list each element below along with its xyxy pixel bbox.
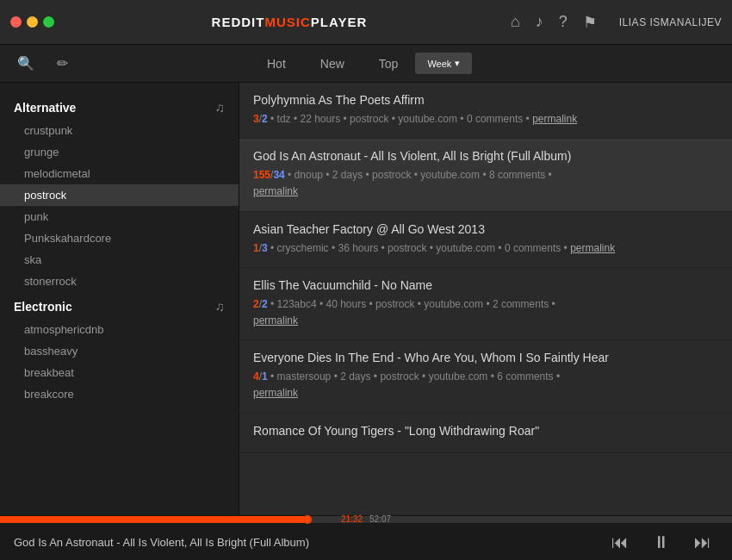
track-permalink[interactable]: permalink xyxy=(253,185,298,197)
maximize-button[interactable] xyxy=(43,16,54,28)
titlebar-icons: ⌂ ♪ ? ⚑ ILIAS ISMANALIJEV xyxy=(511,13,722,32)
score-down: 3 xyxy=(262,242,268,254)
track-item[interactable]: Asian Teacher Factory @ All Go West 2013… xyxy=(239,212,732,268)
sidebar-item-breakbeat[interactable]: breakbeat xyxy=(0,362,239,383)
help-icon[interactable]: ? xyxy=(559,13,568,31)
track-permalink[interactable]: permalink xyxy=(532,113,577,125)
track-domain: youtube.com xyxy=(398,113,457,125)
track-comments: 2 comments xyxy=(493,298,549,310)
tab-bar: Hot New Top Week ▾ xyxy=(250,52,722,76)
music-note-icon-2: ♫ xyxy=(215,299,225,314)
score-down: 2 xyxy=(262,113,268,125)
toolbar-left: 🔍 ✏ xyxy=(10,52,250,75)
track-item[interactable]: God Is An Astronaut - All Is Violent, Al… xyxy=(239,139,732,211)
user-name: ILIAS ISMANALIJEV xyxy=(619,16,722,28)
home-icon[interactable]: ⌂ xyxy=(511,13,520,31)
sidebar-item-punkskahardcore[interactable]: Punkskahardcore xyxy=(0,227,239,249)
sidebar-item-ska[interactable]: ska xyxy=(0,249,239,271)
app-title: REDDITMUSICPLAYER xyxy=(68,15,511,29)
track-title: Asian Teacher Factory @ All Go West 2013 xyxy=(253,222,718,236)
track-user: dnoup xyxy=(295,169,323,181)
player-controls: God Is An Astronaut - All Is Violent, Al… xyxy=(0,523,732,560)
sidebar-section-label: Alternative xyxy=(14,101,76,115)
track-meta: 2/2 • 123abc4 • 40 hours • postrock • yo… xyxy=(253,296,718,329)
track-permalink[interactable]: permalink xyxy=(253,314,298,327)
edit-button[interactable]: ✏ xyxy=(50,52,75,75)
content: Polyhymnia As The Poets Affirm 3/2 • tdz… xyxy=(239,83,732,515)
tab-week[interactable]: Week ▾ xyxy=(415,53,472,74)
progress-fill xyxy=(0,516,307,523)
track-domain: youtube.com xyxy=(420,169,480,181)
score-up: 2 xyxy=(253,298,259,310)
pause-button[interactable]: ⏸ xyxy=(646,529,677,556)
sidebar-section-alternative: Alternative ♫ xyxy=(0,93,239,120)
minimize-button[interactable] xyxy=(27,16,38,28)
control-buttons: ⏮ ⏸ ⏭ xyxy=(605,529,718,556)
time-total: 52:07 xyxy=(369,516,391,523)
track-permalink[interactable]: permalink xyxy=(253,387,298,399)
sidebar-item-postrock[interactable]: postrock xyxy=(0,184,239,206)
sidebar-item-breakcore[interactable]: breakcore xyxy=(0,383,239,405)
track-time: 40 hours xyxy=(326,298,367,310)
progress-bar[interactable]: 21:32 52:07 xyxy=(0,516,732,523)
titlebar: REDDITMUSICPLAYER ⌂ ♪ ? ⚑ ILIAS ISMANALI… xyxy=(0,0,732,45)
sidebar-item-crustpunk[interactable]: crustpunk xyxy=(0,120,239,141)
track-user: 123abc4 xyxy=(277,298,317,310)
track-meta: 4/1 • mastersoup • 2 days • postrock • y… xyxy=(253,369,718,401)
track-subreddit: postrock xyxy=(372,169,411,181)
track-permalink[interactable]: permalink xyxy=(570,242,615,254)
track-comments: 8 comments xyxy=(489,169,545,181)
track-title: Ellis The Vacuumchild - No Name xyxy=(253,278,718,292)
week-label: Week xyxy=(427,59,451,69)
track-subreddit: postrock xyxy=(375,298,414,310)
track-meta: 1/3 • cryschemic • 36 hours • postrock •… xyxy=(253,240,718,257)
github-icon[interactable]: ⚑ xyxy=(583,13,597,32)
track-user: mastersoup xyxy=(277,370,332,383)
track-time: 2 days xyxy=(332,169,363,181)
track-subreddit: postrock xyxy=(380,370,419,383)
prev-button[interactable]: ⏮ xyxy=(605,529,636,556)
score-up: 4 xyxy=(253,370,259,383)
progress-dot xyxy=(303,515,312,524)
track-subreddit: postrock xyxy=(350,113,388,125)
sidebar-item-stonerrock[interactable]: stonerrock xyxy=(0,271,239,292)
track-subreddit: postrock xyxy=(388,242,426,254)
track-domain: youtube.com xyxy=(424,298,483,310)
app-name-suffix: PLAYER xyxy=(311,15,367,29)
search-button[interactable]: 🔍 xyxy=(10,52,41,75)
score-down: 1 xyxy=(262,370,268,383)
sidebar-section-label-electronic: Electronic xyxy=(14,300,72,314)
tab-top[interactable]: Top xyxy=(362,52,416,76)
track-meta: 3/2 • tdz • 22 hours • postrock • youtub… xyxy=(253,111,718,128)
sidebar-item-melodicmetal[interactable]: melodicmetal xyxy=(0,163,239,184)
toolbar: 🔍 ✏ Hot New Top Week ▾ xyxy=(0,45,732,83)
player-bar: 21:32 52:07 God Is An Astronaut - All Is… xyxy=(0,515,732,560)
close-button[interactable] xyxy=(10,16,22,28)
track-title: God Is An Astronaut - All Is Violent, Al… xyxy=(253,149,718,163)
track-item[interactable]: Ellis The Vacuumchild - No Name 2/2 • 12… xyxy=(239,268,732,340)
window-controls xyxy=(10,16,54,28)
track-title: Everyone Dies In The End - Who Are You, … xyxy=(253,351,718,364)
music-note-icon: ♫ xyxy=(215,100,225,115)
track-item[interactable]: Romance Of Young Tigers - "Long Withdraw… xyxy=(239,414,732,453)
track-time: 22 hours xyxy=(300,113,340,125)
time-current: 21:32 xyxy=(341,516,363,523)
score-down: 34 xyxy=(273,169,284,181)
track-item[interactable]: Polyhymnia As The Poets Affirm 3/2 • tdz… xyxy=(239,83,732,139)
score-up: 1 xyxy=(253,242,259,254)
track-meta: 155/34 • dnoup • 2 days • postrock • you… xyxy=(253,167,718,200)
sidebar-item-grunge[interactable]: grunge xyxy=(0,141,239,163)
track-item[interactable]: Everyone Dies In The End - Who Are You, … xyxy=(239,340,732,413)
sidebar: Alternative ♫ crustpunk grunge melodicme… xyxy=(0,83,239,515)
sidebar-item-bassheavy[interactable]: bassheavy xyxy=(0,340,239,362)
app-name-bold: MUSIC xyxy=(264,15,310,29)
tab-new[interactable]: New xyxy=(303,52,362,76)
sidebar-item-punk[interactable]: punk xyxy=(0,206,239,227)
now-playing: God Is An Astronaut - All Is Violent, Al… xyxy=(14,536,605,549)
music-icon[interactable]: ♪ xyxy=(536,13,543,31)
track-time: 2 days xyxy=(340,370,370,383)
track-domain: youtube.com xyxy=(436,242,495,254)
sidebar-item-atmosphericdnb[interactable]: atmosphericdnb xyxy=(0,319,239,340)
next-button[interactable]: ⏭ xyxy=(687,529,718,556)
tab-hot[interactable]: Hot xyxy=(250,52,303,76)
